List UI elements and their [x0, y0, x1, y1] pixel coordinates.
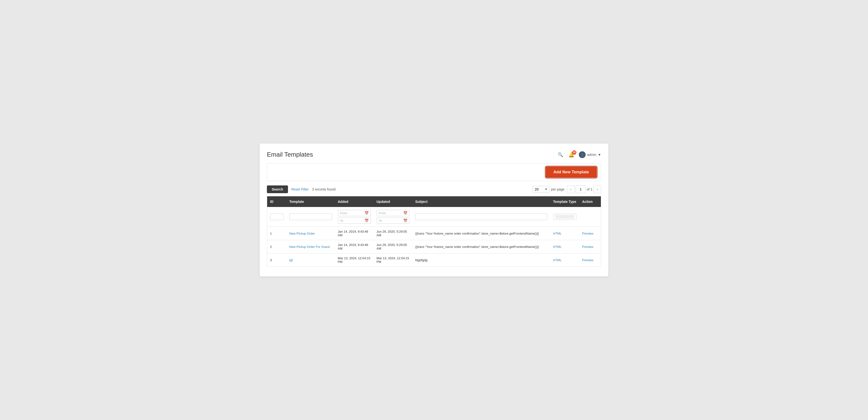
- page-title: Email Templates: [267, 151, 313, 158]
- filter-updated-from-label: From: [379, 211, 403, 215]
- cell-added-1: Jan 14, 2019, 9:43:46 AM: [335, 227, 374, 240]
- prev-page-button[interactable]: ‹: [567, 186, 575, 193]
- filter-added-to-wrapper: To 📅: [338, 217, 371, 224]
- col-header-template-type: Template Type: [550, 196, 579, 207]
- filter-updated-to-label: To: [379, 219, 403, 223]
- filter-updated-to-wrapper: To 📅: [377, 217, 409, 224]
- calendar-icon-updated-to[interactable]: 📅: [403, 219, 407, 223]
- calendar-icon-added-to[interactable]: 📅: [365, 219, 369, 223]
- cell-type-3: HTML: [550, 254, 579, 267]
- table-row: 3 tgf Mar 13, 2024, 12:04:15 PM Mar 13, …: [267, 254, 601, 267]
- search-icon-button[interactable]: 🔍: [557, 151, 564, 158]
- cell-action-3: Preview: [579, 254, 601, 267]
- notification-badge: 39: [572, 150, 577, 155]
- table-header-row: ID Template Added Updated Subject Templa…: [267, 196, 601, 207]
- filter-subject-cell: [412, 207, 550, 227]
- filter-left: Search Reset Filter 3 records found: [267, 186, 336, 193]
- toolbar-row: Add New Template: [267, 163, 601, 181]
- filter-type-wrapper: HTML: [553, 214, 577, 220]
- table-row: 1 New Pickup Order Jan 14, 2019, 9:43:46…: [267, 227, 601, 240]
- filter-id-cell: [267, 207, 286, 227]
- page-of-text: of 1: [587, 187, 592, 191]
- notification-button[interactable]: 🔔 39: [568, 152, 575, 158]
- col-header-id: ID: [267, 196, 286, 207]
- per-page-select[interactable]: 10 20 50 100: [533, 186, 550, 193]
- col-header-added: Added: [335, 196, 374, 207]
- cell-template-3[interactable]: tgf: [286, 254, 335, 267]
- pagination: ‹ of 1 ›: [567, 186, 601, 193]
- cell-subject-1: {{trans "Your %store_name order confirma…: [412, 227, 550, 240]
- filter-subject-input[interactable]: [415, 214, 547, 220]
- filter-updated-from-wrapper: From 📅: [377, 210, 409, 216]
- preview-link-2[interactable]: Preview: [582, 245, 593, 249]
- cell-subject-2: {{trans "Your %store_name order confirma…: [412, 240, 550, 254]
- reset-filter-link[interactable]: Reset Filter: [291, 187, 309, 191]
- cell-updated-1: Jun 29, 2020, 5:29:05 AM: [374, 227, 412, 240]
- cell-id-1: 1: [267, 227, 286, 240]
- preview-link-3[interactable]: Preview: [582, 258, 593, 262]
- preview-link-1[interactable]: Preview: [582, 232, 593, 235]
- col-header-action: Action: [579, 196, 601, 207]
- cell-updated-3: Mar 13, 2024, 12:04:15 PM: [374, 254, 412, 267]
- cell-type-1: HTML: [550, 227, 579, 240]
- avatar: 👤: [579, 151, 586, 158]
- filter-template-cell: [286, 207, 335, 227]
- cell-template-1[interactable]: New Pickup Order: [286, 227, 335, 240]
- cell-added-3: Mar 13, 2024, 12:04:15 PM: [335, 254, 374, 267]
- header-actions: 🔍 🔔 39 👤 admin ▼: [557, 151, 601, 158]
- cell-type-2: HTML: [550, 240, 579, 254]
- per-page-label: per page: [551, 187, 564, 191]
- filter-added-from-wrapper: From 📅: [338, 210, 371, 216]
- calendar-icon-updated-from[interactable]: 📅: [403, 211, 407, 215]
- calendar-icon-added-from[interactable]: 📅: [365, 211, 369, 215]
- filter-type-cell: HTML: [550, 207, 579, 227]
- filter-id-input[interactable]: [270, 214, 284, 220]
- table-row: 2 New Pickup Order For Guest Jan 14, 201…: [267, 240, 601, 254]
- page-header: Email Templates 🔍 🔔 39 👤 admin ▼: [267, 151, 601, 158]
- search-button[interactable]: Search: [267, 186, 288, 193]
- next-page-button[interactable]: ›: [593, 186, 601, 193]
- filter-added-from-label: From: [340, 211, 365, 215]
- cell-action-1: Preview: [579, 227, 601, 240]
- add-new-template-button[interactable]: Add New Template: [546, 167, 596, 177]
- filter-added-to-label: To: [340, 219, 365, 223]
- user-menu[interactable]: 👤 admin ▼: [579, 151, 601, 158]
- filter-right: 10 20 50 100 per page ‹ of 1 ›: [533, 186, 601, 193]
- cell-id-3: 3: [267, 254, 286, 267]
- cell-action-2: Preview: [579, 240, 601, 254]
- cell-updated-2: Jun 29, 2020, 5:29:05 AM: [374, 240, 412, 254]
- col-header-updated: Updated: [374, 196, 412, 207]
- records-found: 3 records found: [312, 187, 335, 191]
- filter-type-select[interactable]: HTML: [555, 215, 574, 219]
- filter-added-cell: From 📅 To 📅: [335, 207, 374, 227]
- filter-action-cell: [579, 207, 601, 227]
- filter-updated-cell: From 📅 To 📅: [374, 207, 412, 227]
- filter-row: Search Reset Filter 3 records found 10 2…: [267, 186, 601, 193]
- col-header-template: Template: [286, 196, 335, 207]
- user-label: admin: [587, 153, 596, 157]
- main-container: Email Templates 🔍 🔔 39 👤 admin ▼ Add New…: [259, 143, 609, 277]
- chevron-down-icon: ▼: [598, 153, 601, 157]
- filter-input-row: From 📅 To 📅 From 📅 To 📅: [267, 207, 601, 227]
- cell-template-2[interactable]: New Pickup Order For Guest: [286, 240, 335, 254]
- cell-added-2: Jan 14, 2019, 9:43:46 AM: [335, 240, 374, 254]
- data-table: ID Template Added Updated Subject Templa…: [267, 196, 601, 267]
- user-icon: 👤: [580, 153, 584, 157]
- col-header-subject: Subject: [412, 196, 550, 207]
- filter-template-input[interactable]: [289, 214, 332, 220]
- page-number-input[interactable]: [576, 186, 586, 193]
- cell-id-2: 2: [267, 240, 286, 254]
- search-icon: 🔍: [558, 152, 563, 157]
- cell-subject-3: fdgdfgdg: [412, 254, 550, 267]
- per-page-wrapper: 10 20 50 100 per page: [533, 186, 564, 193]
